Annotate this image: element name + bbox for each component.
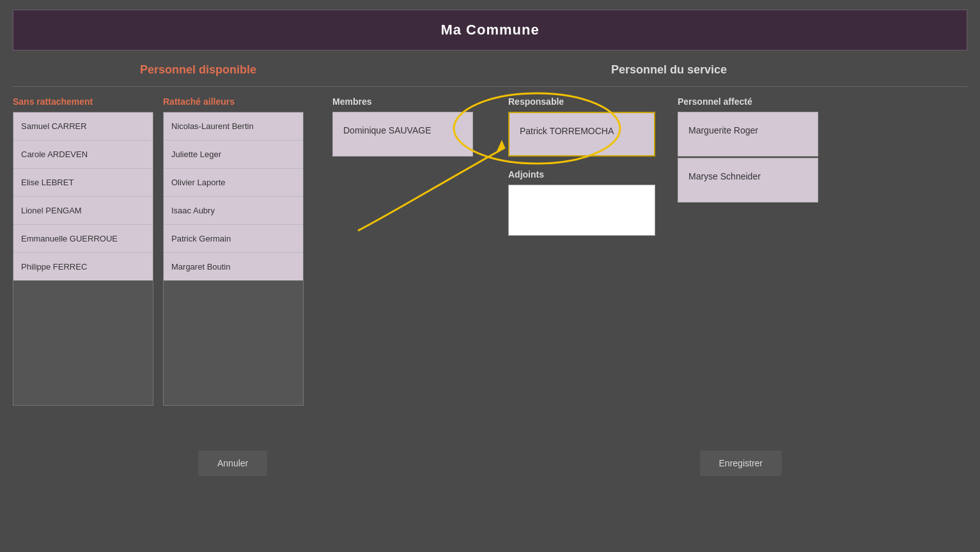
list-item[interactable]: Emmanuelle GUERROUE	[13, 225, 153, 253]
list-item[interactable]: Lionel PENGAM	[13, 197, 153, 225]
personnel-affecte-title: Personnel affecté	[678, 96, 818, 107]
cancel-button[interactable]: Annuler	[198, 450, 267, 476]
svg-marker-1	[495, 140, 505, 154]
list-item[interactable]: Samuel CARRER	[13, 112, 153, 141]
list-item[interactable]: Nicolas-Laurent Bertin	[164, 112, 303, 141]
list-item[interactable]: Isaac Aubry	[164, 197, 303, 225]
list-item[interactable]: Olivier Laporte	[164, 169, 303, 197]
adjoints-value[interactable]	[508, 185, 655, 236]
membres-column: Membres Dominique SAUVAGE	[332, 96, 473, 157]
save-button[interactable]: Enregistrer	[700, 450, 782, 476]
sans-rattachement-title: Sans rattachement	[13, 96, 153, 107]
sans-rattachement-column: Sans rattachement Samuel CARRER Carole A…	[13, 96, 153, 406]
personnel-affecte-item-2[interactable]: Maryse Schneider	[678, 158, 818, 203]
list-item[interactable]: Patrick Germain	[164, 225, 303, 253]
rattache-ailleurs-title: Rattaché ailleurs	[163, 96, 304, 107]
personnel-affecte-column: Personnel affecté Marguerite Roger Marys…	[678, 96, 818, 203]
header: Ma Commune	[13, 10, 967, 50]
personnel-disponible-header: Personnel disponible	[19, 63, 377, 77]
responsable-title: Responsable	[508, 96, 655, 107]
rattache-ailleurs-list[interactable]: Nicolas-Laurent Bertin Juliette Leger Ol…	[163, 112, 304, 406]
list-item[interactable]: Margaret Boutin	[164, 253, 303, 280]
section-divider	[13, 86, 967, 87]
adjoints-title: Adjoints	[508, 169, 655, 180]
app-title: Ma Commune	[25, 22, 955, 38]
responsable-name: Patrick TORREMOCHA	[520, 126, 614, 136]
rattache-ailleurs-column: Rattaché ailleurs Nicolas-Laurent Bertin…	[163, 96, 304, 406]
membres-value[interactable]: Dominique SAUVAGE	[332, 112, 473, 157]
membres-title: Membres	[332, 96, 473, 107]
list-item[interactable]: Juliette Leger	[164, 141, 303, 169]
sans-rattachement-list[interactable]: Samuel CARRER Carole ARDEVEN Elise LEBRE…	[13, 112, 153, 406]
list-item[interactable]: Elise LEBRET	[13, 169, 153, 197]
personnel-service-header: Personnel du service	[377, 63, 961, 77]
responsable-column: Responsable Patrick TORREMOCHA Adjoints	[508, 96, 655, 236]
list-item[interactable]: Carole ARDEVEN	[13, 141, 153, 169]
list-item[interactable]: Philippe FERREC	[13, 253, 153, 280]
personnel-affecte-item-1[interactable]: Marguerite Roger	[678, 112, 818, 157]
buttons-row: Annuler Enregistrer	[0, 431, 980, 476]
responsable-value[interactable]: Patrick TORREMOCHA	[508, 112, 655, 157]
